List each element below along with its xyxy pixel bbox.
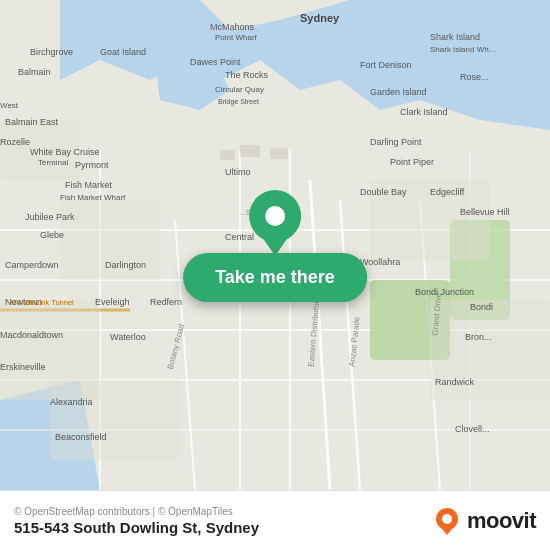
moovit-brand-text: moovit: [467, 508, 536, 534]
svg-rect-18: [220, 150, 235, 160]
moovit-brand-icon: [433, 507, 461, 535]
svg-rect-24: [50, 380, 180, 460]
svg-rect-19: [240, 145, 260, 157]
svg-text:Fish Market Wharf: Fish Market Wharf: [60, 193, 126, 202]
svg-point-83: [265, 206, 285, 226]
svg-text:Goat Island: Goat Island: [100, 47, 146, 57]
svg-text:Bron...: Bron...: [465, 332, 492, 342]
svg-text:Bellevue Hill: Bellevue Hill: [460, 207, 510, 217]
svg-text:Darling Point: Darling Point: [370, 137, 422, 147]
svg-text:Beaconsfield: Beaconsfield: [55, 432, 107, 442]
svg-text:Camperdown: Camperdown: [5, 260, 59, 270]
svg-rect-20: [270, 148, 288, 159]
footer-left: © OpenStreetMap contributors | © OpenMap…: [14, 506, 259, 536]
svg-text:Bondi: Bondi: [470, 302, 493, 312]
svg-text:Point Piper: Point Piper: [390, 157, 434, 167]
svg-text:Shark Island: Shark Island: [430, 32, 480, 42]
svg-text:The Rocks: The Rocks: [225, 70, 269, 80]
svg-text:Sydney: Sydney: [300, 12, 340, 24]
footer: © OpenStreetMap contributors | © OpenMap…: [0, 490, 550, 550]
svg-text:Dawes Point: Dawes Point: [190, 57, 241, 67]
svg-text:Rozelle: Rozelle: [0, 137, 30, 147]
svg-text:Balmain East: Balmain East: [5, 117, 59, 127]
svg-text:Ultimo: Ultimo: [225, 167, 251, 177]
svg-text:Balmain: Balmain: [18, 67, 51, 77]
map-pin-icon: [245, 188, 305, 258]
svg-text:Fort Denison: Fort Denison: [360, 60, 412, 70]
svg-text:Terminal: Terminal: [38, 158, 68, 167]
svg-text:M4-M8 Link Tunnel: M4-M8 Link Tunnel: [10, 298, 74, 307]
svg-text:Glebe: Glebe: [40, 230, 64, 240]
svg-text:Waterloo: Waterloo: [110, 332, 146, 342]
svg-text:Edgecliff: Edgecliff: [430, 187, 465, 197]
svg-text:White Bay Cruise: White Bay Cruise: [30, 147, 100, 157]
cta-button-container: Take me there: [183, 188, 367, 302]
svg-text:West: West: [0, 101, 19, 110]
svg-text:Darlington: Darlington: [105, 260, 146, 270]
svg-text:Double Bay: Double Bay: [360, 187, 407, 197]
svg-text:Redfern: Redfern: [150, 297, 182, 307]
svg-text:Jubilee Park: Jubilee Park: [25, 212, 75, 222]
svg-text:Garden Island: Garden Island: [370, 87, 427, 97]
copyright-text: © OpenStreetMap contributors | © OpenMap…: [14, 506, 259, 517]
svg-point-86: [442, 514, 452, 524]
svg-text:Bondi Junction: Bondi Junction: [415, 287, 474, 297]
svg-text:Randwick: Randwick: [435, 377, 475, 387]
svg-text:McMahons: McMahons: [210, 22, 255, 32]
svg-text:Eveleigh: Eveleigh: [95, 297, 130, 307]
svg-text:Alexandria: Alexandria: [50, 397, 93, 407]
svg-text:Macdonaldtown: Macdonaldtown: [0, 330, 63, 340]
moovit-logo: moovit: [433, 507, 536, 535]
svg-text:Shark Island Wh...: Shark Island Wh...: [430, 45, 495, 54]
svg-text:Fish Market: Fish Market: [65, 180, 113, 190]
map-container: Balmain Birchgrove Goat Island McMahons …: [0, 0, 550, 490]
svg-text:Circular Quay: Circular Quay: [215, 85, 264, 94]
svg-text:Bridge Street: Bridge Street: [218, 98, 259, 106]
svg-text:Point Wharf: Point Wharf: [215, 33, 258, 42]
svg-text:Clovell...: Clovell...: [455, 424, 490, 434]
take-me-there-button[interactable]: Take me there: [183, 253, 367, 302]
svg-text:Pyrmont: Pyrmont: [75, 160, 109, 170]
svg-marker-87: [439, 525, 455, 535]
svg-text:Rose...: Rose...: [460, 72, 489, 82]
svg-text:Erskineville: Erskineville: [0, 362, 46, 372]
svg-text:Birchgrove: Birchgrove: [30, 47, 73, 57]
svg-text:Clark Island: Clark Island: [400, 107, 448, 117]
address-text: 515-543 South Dowling St, Sydney: [14, 519, 259, 536]
